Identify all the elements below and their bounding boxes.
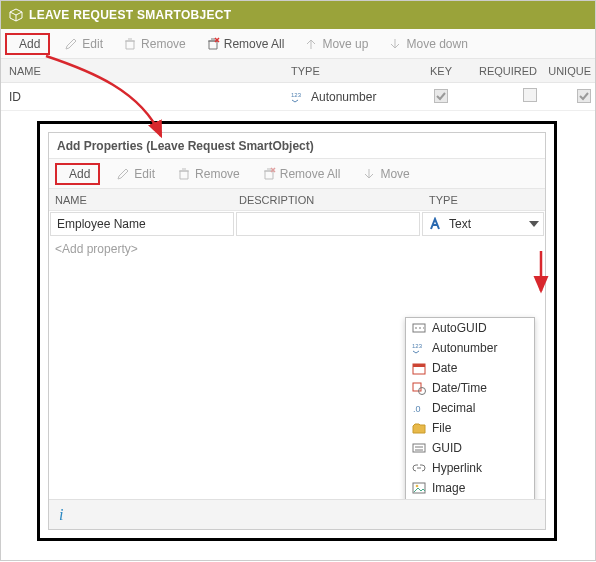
text-type-icon xyxy=(429,217,443,231)
date-type-icon xyxy=(412,361,426,375)
image-type-icon xyxy=(412,481,426,495)
add-button[interactable]: Add xyxy=(5,33,50,55)
svg-text:.0: .0 xyxy=(413,404,421,414)
add-properties-dialog: Add Properties (Leave Request SmartObjec… xyxy=(37,121,557,541)
key-checkbox[interactable] xyxy=(434,89,448,103)
type-option-decimal[interactable]: .0Decimal xyxy=(406,398,534,418)
smartobject-designer: LEAVE REQUEST SMARTOBJECT Add Edit Remov… xyxy=(0,0,596,561)
guid-type-icon xyxy=(412,441,426,455)
type-option-memo[interactable]: Memo xyxy=(406,498,534,499)
autoguid-type-icon xyxy=(412,321,426,335)
autonumber-type-icon: 123 xyxy=(291,90,305,104)
property-required-cell xyxy=(471,88,541,105)
add-property-placeholder[interactable]: <Add property> xyxy=(49,237,545,261)
type-option-autoguid[interactable]: AutoGUID xyxy=(406,318,534,338)
type-option-guid[interactable]: GUID xyxy=(406,438,534,458)
move-down-button[interactable]: Move down xyxy=(382,35,473,53)
description-input[interactable] xyxy=(236,212,420,236)
svg-rect-15 xyxy=(413,444,425,452)
column-name-header[interactable]: NAME xyxy=(1,65,291,77)
type-option-hyperlink[interactable]: Hyperlink xyxy=(406,458,534,478)
autonumber-type-icon: 123 xyxy=(412,341,426,355)
remove-button[interactable]: Remove xyxy=(117,35,192,53)
property-key-cell xyxy=(411,89,471,105)
column-unique-header[interactable]: UNIQUE xyxy=(541,65,596,77)
unique-checkbox[interactable] xyxy=(577,89,591,103)
dialog-remove-button[interactable]: Remove xyxy=(171,165,246,183)
dialog-edit-button[interactable]: Edit xyxy=(110,165,161,183)
edit-button[interactable]: Edit xyxy=(58,35,109,53)
name-input[interactable]: Employee Name xyxy=(50,212,234,236)
page-header: LEAVE REQUEST SMARTOBJECT xyxy=(1,1,595,29)
pencil-icon xyxy=(116,167,130,181)
type-option-autonumber[interactable]: 123Autonumber xyxy=(406,338,534,358)
dialog-col-description[interactable]: DESCRIPTION xyxy=(239,194,429,206)
main-toolbar: Add Edit Remove Remove All Move up Move … xyxy=(1,29,595,59)
type-option-datetime[interactable]: Date/Time xyxy=(406,378,534,398)
arrow-down-icon xyxy=(388,37,402,51)
svg-rect-11 xyxy=(413,364,425,367)
dialog-remove-all-button[interactable]: Remove All xyxy=(256,165,347,183)
svg-point-17 xyxy=(416,485,419,488)
remove-all-button[interactable]: Remove All xyxy=(200,35,291,53)
chevron-down-icon xyxy=(529,221,539,227)
smartobject-icon xyxy=(9,8,23,22)
type-select[interactable]: Text xyxy=(422,212,544,236)
column-required-header[interactable]: REQUIRED xyxy=(471,65,541,77)
arrow-up-icon xyxy=(304,37,318,51)
column-key-header[interactable]: KEY xyxy=(411,65,471,77)
trash-icon xyxy=(123,37,137,51)
property-type-cell: 123 Autonumber xyxy=(291,90,411,104)
properties-grid-header: NAME TYPE KEY REQUIRED UNIQUE xyxy=(1,59,595,83)
svg-rect-12 xyxy=(413,383,421,391)
info-icon[interactable]: i xyxy=(59,506,63,524)
dialog-add-button[interactable]: Add xyxy=(55,163,100,185)
datetime-type-icon xyxy=(412,381,426,395)
decimal-type-icon: .0 xyxy=(412,401,426,415)
dialog-toolbar: Add Edit Remove Remove All Move xyxy=(49,159,545,189)
type-option-file[interactable]: File xyxy=(406,418,534,438)
type-option-image[interactable]: Image xyxy=(406,478,534,498)
hyperlink-type-icon xyxy=(412,461,426,475)
trash-x-icon xyxy=(206,37,220,51)
dialog-col-name[interactable]: NAME xyxy=(49,194,239,206)
page-title: LEAVE REQUEST SMARTOBJECT xyxy=(29,8,231,22)
type-option-date[interactable]: Date xyxy=(406,358,534,378)
column-type-header[interactable]: TYPE xyxy=(291,65,411,77)
property-name-cell: ID xyxy=(1,90,291,104)
pencil-icon xyxy=(64,37,78,51)
dialog-title: Add Properties (Leave Request SmartObjec… xyxy=(49,133,545,159)
move-icon xyxy=(362,167,376,181)
svg-text:123: 123 xyxy=(291,92,302,98)
new-property-row: Employee Name Text xyxy=(49,211,545,237)
dialog-body: Employee Name Text <Add property> AutoGU… xyxy=(49,211,545,499)
required-checkbox[interactable] xyxy=(523,88,537,102)
svg-marker-0 xyxy=(10,9,22,15)
property-row[interactable]: ID 123 Autonumber xyxy=(1,83,595,111)
svg-text:123: 123 xyxy=(412,343,423,349)
dialog-grid-header: NAME DESCRIPTION TYPE xyxy=(49,189,545,211)
trash-x-icon xyxy=(262,167,276,181)
property-unique-cell xyxy=(541,89,596,105)
file-type-icon xyxy=(412,421,426,435)
move-up-button[interactable]: Move up xyxy=(298,35,374,53)
trash-icon xyxy=(177,167,191,181)
dialog-col-type[interactable]: TYPE xyxy=(429,194,545,206)
dialog-move-button[interactable]: Move xyxy=(356,165,415,183)
dialog-footer: i xyxy=(49,499,545,529)
type-dropdown: AutoGUID 123Autonumber Date Date/Time .0… xyxy=(405,317,535,499)
